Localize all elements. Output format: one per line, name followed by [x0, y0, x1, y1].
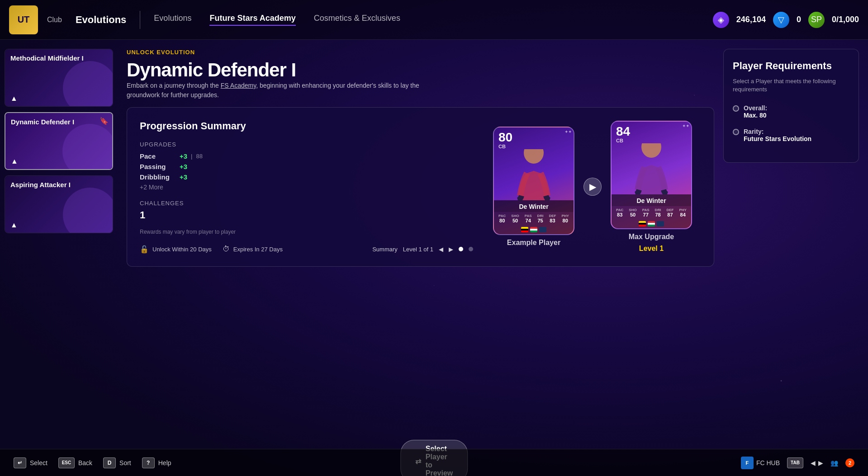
max-player-card: 84 CB ✦✦: [611, 121, 692, 229]
req-dot-overall: [733, 105, 739, 112]
stat-def: DEF 83: [549, 214, 556, 223]
req-overall: Overall: Max. 80: [733, 104, 849, 119]
ctrl-label-back: Back: [78, 459, 92, 467]
sidebar-arrow-2: ▲: [11, 157, 18, 165]
req-rarity-content: Rarity: Future Stars Evolution: [744, 128, 811, 142]
progression-box: Progression Summary Upgrades Pace +3 | 8…: [127, 107, 714, 267]
sidebar-label-aspiring: Aspiring Attacker I: [10, 180, 71, 189]
stat-pace: Pace: [140, 152, 176, 160]
req-rarity-val: Future Stars Evolution: [744, 135, 811, 142]
ctrl-key-help: ?: [142, 457, 155, 468]
example-label: Example Player: [507, 239, 560, 247]
notification-badge: 2: [845, 458, 854, 467]
tab-key: TAB: [787, 457, 803, 468]
ctrl-label-select: Select: [30, 459, 47, 467]
card-rating-example: 80 CB: [498, 131, 512, 149]
progression-title: Progression Summary: [140, 120, 473, 132]
pts-value: 0: [797, 15, 801, 24]
card-top-max: 84 CB ✦✦: [612, 122, 691, 143]
upgrade-row-pace: Pace +3 | 88: [140, 152, 473, 160]
ctrl-back: ESC Back: [58, 457, 92, 468]
ctrl-sort: D Sort: [103, 457, 131, 468]
level-label: Level 1 of 1: [403, 246, 433, 253]
card-img-max: [612, 143, 691, 194]
req-overall-val: Max. 80: [744, 112, 767, 119]
fc-hub-item[interactable]: F FC HUB: [741, 457, 780, 469]
sp-icon: SP: [808, 12, 825, 28]
stat-dri: DRI 75: [537, 214, 544, 223]
sidebar: Methodical Midfielder I ▲ Dynamic Defend…: [0, 40, 118, 476]
tab-future-stars[interactable]: Future Stars Academy: [209, 14, 295, 26]
summary-label: Summary: [372, 246, 398, 253]
controller-icons: ◀ ▶: [811, 459, 823, 467]
sidebar-arrow-3: ▲: [10, 221, 18, 229]
req-rarity: Rarity: Future Stars Evolution: [733, 128, 849, 142]
sidebar-item-aspiring[interactable]: Aspiring Attacker I ▲: [5, 175, 113, 233]
max-flag-belgium: [639, 221, 646, 226]
svg-point-1: [641, 143, 661, 158]
nav-evolutions[interactable]: Evolutions: [76, 14, 126, 26]
nav-tabs: Evolutions Future Stars Academy Cosmetic…: [154, 14, 712, 26]
fc-hub-icon: F: [741, 457, 754, 469]
panel-subtitle: Unlock Evolution: [127, 49, 714, 56]
nav-club[interactable]: Club: [47, 16, 62, 24]
challenges-label: Challenges: [140, 200, 473, 207]
flag-club: [539, 227, 546, 232]
max-player-wrap: 84 CB ✦✦: [611, 121, 692, 253]
bottom-right: F FC HUB TAB ◀ ▶ 👥 2: [741, 457, 854, 469]
panel-desc: Embark on a journey through the FS Acade…: [127, 81, 443, 100]
sidebar-item-methodical[interactable]: Methodical Midfielder I ▲: [5, 49, 113, 107]
card-stats-max: PAC 83 SHO 50 PAS 77: [612, 206, 691, 220]
arrow-next[interactable]: ▶: [583, 178, 602, 196]
max-stat-dri: DRI 78: [655, 208, 661, 217]
players-group-icon: 👥: [830, 459, 838, 467]
desc-link: FS Academy: [221, 82, 256, 89]
req-dot-rarity: [733, 129, 739, 135]
content-area: Unlock Evolution Dynamic Defender I Emba…: [118, 40, 868, 476]
d-left-icon: ◀: [811, 459, 816, 467]
card-rating-max-wrap: 84 CB: [616, 125, 630, 143]
sp-value: 0/1,000: [832, 15, 859, 24]
upgrade-row-passing: Passing +3: [140, 163, 473, 170]
sidebar-arrow-1: ▲: [10, 94, 18, 103]
example-player-wrap: 80 CB ✦✦: [493, 127, 574, 247]
footer-summary: Summary Level 1 of 1 ◀ ▶: [372, 246, 473, 253]
sidebar-item-dynamic[interactable]: Dynamic Defender I 🔖 ▲: [5, 112, 113, 170]
players-icon: 👥: [830, 459, 838, 467]
d-right-icon: ▶: [818, 459, 823, 467]
card-deco-max: ✦✦: [682, 123, 689, 128]
max-label: Max Upgrade: [629, 233, 674, 241]
stat-pace-plus: +3: [180, 152, 187, 160]
expires-info: ⏱ Expires In 27 Days: [223, 245, 283, 253]
prev-arrow[interactable]: ◀: [439, 246, 443, 253]
max-stat-phy: PHY 84: [679, 208, 686, 217]
stat-pas: PAS 74: [525, 214, 532, 223]
tab-cosmetics[interactable]: Cosmetics & Exclusives: [314, 14, 400, 26]
main-layout: Methodical Midfielder I ▲ Dynamic Defend…: [0, 40, 868, 476]
stat-passing-plus: +3: [180, 163, 187, 170]
card-stats-example: PAC 80 SHO 50 PAS 74: [494, 212, 574, 226]
nav-right: ◈ 246,104 ▽ 0 SP 0/1,000: [713, 12, 859, 28]
max-sublabel: Level 1: [639, 245, 664, 253]
sidebar-label-methodical: Methodical Midfielder I: [10, 54, 84, 63]
tab-evolutions[interactable]: Evolutions: [154, 14, 191, 26]
expires-icon: ⏱: [223, 245, 230, 253]
right-panel: Player Requirements Select a Player that…: [723, 49, 859, 163]
rewards-note: Rewards may vary from player to player: [140, 228, 473, 236]
card-flags-example: [494, 226, 574, 234]
max-stat-sho: SHO 50: [629, 208, 636, 217]
next-arrow[interactable]: ▶: [449, 246, 453, 253]
stat-pace-max: 88: [196, 153, 203, 160]
upgrade-more: +2 More: [140, 184, 473, 191]
upgrades-label: Upgrades: [140, 141, 473, 148]
pts-icon: ▽: [773, 12, 789, 28]
ctrl-label-sort: Sort: [119, 459, 131, 467]
svg-point-0: [524, 149, 544, 164]
upgrade-row-dribbling: Dribbling +3: [140, 173, 473, 181]
stat-phy: PHY 80: [561, 214, 569, 223]
stat-dribbling-plus: +3: [180, 173, 187, 181]
stat-pace-divider: |: [191, 153, 192, 160]
tab-key-item: TAB: [787, 457, 803, 468]
unlock-info: 🔓 Unlock Within 20 Days: [140, 245, 212, 254]
sidebar-bookmark-icon: 🔖: [100, 117, 109, 125]
